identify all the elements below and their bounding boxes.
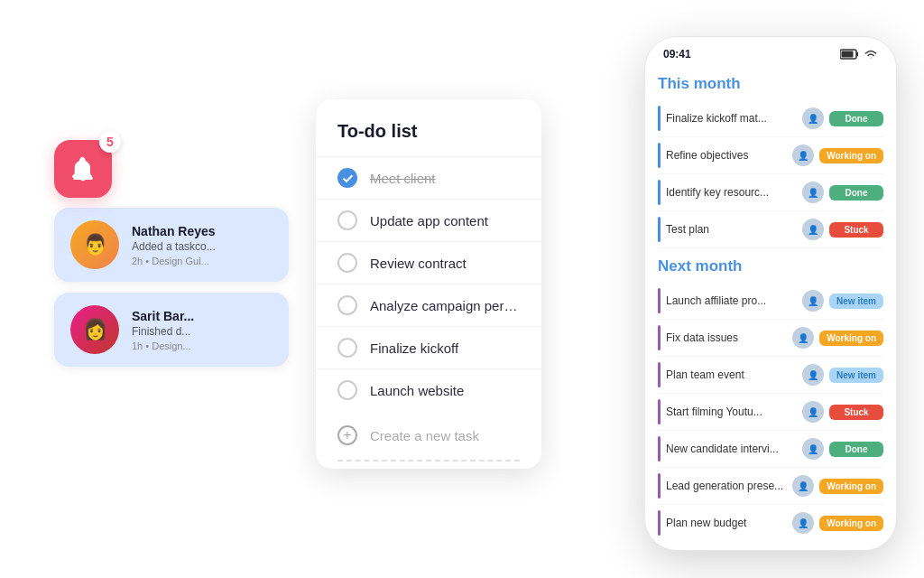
- notif-meta-1: 2h • Design Gui...: [132, 256, 273, 266]
- row-avatar-tm-2: 👤: [802, 182, 824, 203]
- todo-item-4[interactable]: Finalize kickoff: [316, 326, 541, 368]
- row-badge-nm-3: Stuck: [829, 405, 883, 420]
- checkbox-checked-0[interactable]: [337, 168, 357, 188]
- row-badge-nm-5: Working on: [819, 479, 883, 494]
- row-accent-p: [658, 325, 661, 350]
- row-label-tm-1: Refine objectives: [666, 149, 787, 162]
- row-accent-p: [658, 510, 661, 536]
- notif-name-2: Sarit Bar...: [132, 309, 273, 323]
- notification-cards: 👨 Nathan Reyes Added a taskco... 2h • De…: [54, 208, 289, 367]
- notif-card-2[interactable]: 👩 Sarit Bar... Finished d... 1h • Design…: [54, 293, 289, 367]
- svg-rect-2: [842, 51, 854, 58]
- row-avatar-tm-1: 👤: [792, 144, 814, 166]
- wifi-icon: [864, 49, 878, 60]
- row-accent: [658, 106, 661, 131]
- row-label-tm-3: Test plan: [666, 223, 797, 236]
- phone-row-tm-2[interactable]: Identify key resourc... 👤 Done: [658, 174, 883, 211]
- phone-row-tm-3[interactable]: Test plan 👤 Stuck: [658, 211, 883, 248]
- todo-item-0[interactable]: Meet client: [316, 156, 541, 199]
- todo-text-4: Finalize kickoff: [370, 340, 458, 356]
- row-avatar-nm-5: 👤: [792, 475, 814, 497]
- row-badge-tm-2: Done: [829, 185, 883, 200]
- add-task-icon[interactable]: +: [337, 425, 357, 445]
- row-accent: [658, 180, 661, 205]
- notification-area: 5: [54, 140, 112, 198]
- row-avatar-nm-2: 👤: [802, 364, 824, 386]
- notification-count: 5: [99, 131, 121, 153]
- todo-add-label: Create a new task: [370, 428, 479, 443]
- todo-item-1[interactable]: Update app content: [316, 199, 541, 241]
- row-label-nm-5: Lead generation prese...: [666, 480, 787, 492]
- todo-text-0: Meet client: [370, 171, 436, 186]
- todo-text-2: Review contract: [370, 256, 467, 271]
- phone-row-tm-1[interactable]: Refine objectives 👤 Working on: [658, 137, 883, 174]
- row-accent-p: [658, 399, 661, 424]
- battery-icon: [840, 49, 860, 60]
- row-badge-nm-1: Working on: [819, 331, 883, 346]
- notif-name-1: Nathan Reyes: [132, 224, 273, 238]
- row-label-nm-4: New candidate intervi...: [666, 443, 797, 455]
- phone-time: 09:41: [663, 48, 691, 61]
- notif-action-1: Added a taskco...: [132, 240, 273, 253]
- row-avatar-nm-6: 👤: [792, 512, 814, 534]
- notif-info-2: Sarit Bar... Finished d... 1h • Design..…: [132, 309, 273, 351]
- checkbox-empty-4[interactable]: [337, 338, 357, 358]
- avatar-sarit: 👩: [70, 305, 119, 354]
- row-badge-nm-0: New item: [829, 294, 883, 309]
- notif-info-1: Nathan Reyes Added a taskco... 2h • Desi…: [132, 224, 273, 266]
- row-label-nm-2: Plan team event: [666, 368, 797, 381]
- row-label-tm-0: Finalize kickoff mat...: [666, 112, 797, 125]
- phone-row-nm-6[interactable]: Plan new budget 👤 Working on: [658, 505, 883, 539]
- row-avatar-tm-0: 👤: [802, 107, 824, 129]
- phone-row-nm-2[interactable]: Plan team event 👤 New item: [658, 357, 883, 394]
- notif-card-1[interactable]: 👨 Nathan Reyes Added a taskco... 2h • De…: [54, 208, 289, 282]
- todo-panel: To-do list Meet client Update app conten…: [316, 99, 541, 469]
- row-badge-tm-3: Stuck: [829, 222, 883, 238]
- row-accent-p: [658, 362, 661, 387]
- phone-row-nm-0[interactable]: Launch affiliate pro... 👤 New item: [658, 283, 883, 320]
- phone-row-nm-4[interactable]: New candidate intervi... 👤 Done: [658, 431, 883, 468]
- checkbox-empty-5[interactable]: [337, 380, 357, 400]
- phone-row-tm-0[interactable]: Finalize kickoff mat... 👤 Done: [658, 100, 883, 137]
- next-month-title: Next month: [658, 257, 883, 275]
- this-month-title: This month: [658, 75, 883, 93]
- todo-item-3[interactable]: Analyze campaign perfo...: [316, 284, 541, 326]
- notif-meta-2: 1h • Design...: [132, 340, 273, 351]
- row-badge-tm-1: Working on: [819, 148, 883, 163]
- todo-text-1: Update app content: [370, 213, 488, 228]
- row-avatar-nm-4: 👤: [802, 438, 824, 460]
- phone-row-nm-5[interactable]: Lead generation prese... 👤 Working on: [658, 468, 883, 505]
- todo-add-item[interactable]: + Create a new task: [316, 415, 541, 456]
- row-badge-nm-4: Done: [829, 442, 883, 457]
- row-label-nm-0: Launch affiliate pro...: [666, 294, 797, 307]
- phone-status-icons: [840, 49, 878, 60]
- notification-bell[interactable]: 5: [54, 140, 112, 198]
- checkbox-empty-1[interactable]: [337, 210, 357, 230]
- todo-item-5[interactable]: Launch website: [316, 368, 541, 411]
- phone-panel: 09:41 This month Finalize kickoff mat...…: [644, 36, 897, 551]
- checkbox-empty-3[interactable]: [337, 295, 357, 315]
- todo-text-3: Analyze campaign perfo...: [370, 298, 520, 313]
- checkbox-empty-2[interactable]: [337, 253, 357, 273]
- row-accent: [658, 217, 661, 242]
- row-accent-p: [658, 436, 661, 461]
- todo-item-2[interactable]: Review contract: [316, 241, 541, 284]
- row-accent-p: [658, 473, 661, 499]
- row-avatar-nm-1: 👤: [792, 327, 814, 349]
- row-label-nm-6: Plan new budget: [666, 517, 787, 529]
- row-avatar-tm-3: 👤: [802, 219, 824, 240]
- avatar-nathan: 👨: [70, 220, 119, 269]
- todo-title: To-do list: [316, 121, 541, 156]
- row-badge-nm-6: Working on: [819, 516, 883, 531]
- row-badge-nm-2: New item: [829, 368, 883, 383]
- svg-rect-1: [856, 52, 858, 57]
- row-label-nm-3: Start filming Youtu...: [666, 406, 797, 418]
- row-avatar-nm-0: 👤: [802, 290, 824, 312]
- row-label-tm-2: Identify key resourc...: [666, 186, 797, 199]
- phone-status-bar: 09:41: [645, 37, 896, 66]
- phone-content: This month Finalize kickoff mat... 👤 Don…: [645, 66, 896, 539]
- phone-row-nm-3[interactable]: Start filming Youtu... 👤 Stuck: [658, 394, 883, 431]
- bell-icon: [69, 154, 97, 183]
- row-accent: [658, 143, 661, 168]
- phone-row-nm-1[interactable]: Fix data issues 👤 Working on: [658, 320, 883, 357]
